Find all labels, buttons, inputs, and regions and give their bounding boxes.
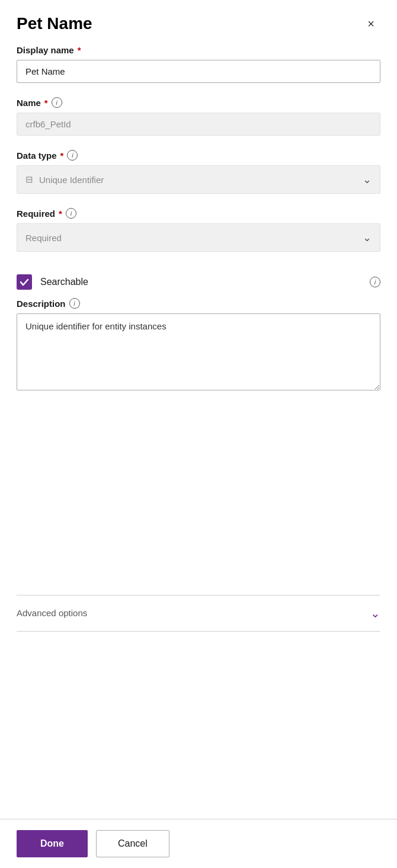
name-info-icon[interactable]: i	[52, 97, 62, 108]
name-label: Name * i	[17, 97, 380, 108]
searchable-info-icon[interactable]: i	[370, 277, 380, 287]
panel: Pet Name × Display name * Name * i Data …	[0, 0, 397, 868]
data-type-info-icon[interactable]: i	[67, 150, 78, 161]
data-type-group: Data type * i ⊟ Unique Identifier ⌄	[17, 150, 380, 194]
searchable-checkbox[interactable]	[17, 274, 32, 290]
advanced-options-chevron-icon: ⌄	[370, 606, 380, 620]
advanced-options-row[interactable]: Advanced options ⌄	[0, 595, 397, 631]
advanced-options-label: Advanced options	[17, 608, 87, 618]
display-name-label: Display name *	[17, 45, 380, 55]
display-name-required: *	[78, 45, 81, 55]
description-label: Description i	[17, 298, 380, 309]
panel-header: Pet Name ×	[0, 0, 397, 45]
data-type-label: Data type * i	[17, 150, 380, 161]
panel-footer: Done Cancel	[0, 819, 397, 868]
searchable-row: Searchable i	[17, 266, 380, 298]
data-type-chevron-icon: ⌄	[363, 173, 372, 186]
description-textarea[interactable]: Unique identifier for entity instances	[17, 313, 380, 390]
required-group: Required * i Required ⌄	[17, 208, 380, 252]
close-button[interactable]: ×	[361, 14, 380, 33]
required-label: Required * i	[17, 208, 380, 219]
display-name-input[interactable]	[17, 60, 380, 83]
data-type-required: *	[60, 150, 64, 161]
data-type-icon: ⊟	[25, 174, 33, 185]
required-info-icon[interactable]: i	[66, 208, 76, 219]
done-button[interactable]: Done	[17, 830, 88, 857]
required-star: *	[59, 209, 62, 219]
data-type-select[interactable]: ⊟ Unique Identifier ⌄	[17, 165, 380, 194]
display-name-group: Display name *	[17, 45, 380, 83]
cancel-button[interactable]: Cancel	[96, 830, 169, 857]
panel-content: Display name * Name * i Data type * i	[0, 45, 397, 595]
searchable-label: Searchable	[40, 277, 361, 287]
description-info-icon[interactable]: i	[69, 298, 80, 309]
description-group: Description i Unique identifier for enti…	[17, 298, 380, 393]
data-type-value: Unique Identifier	[39, 175, 104, 185]
name-required: *	[44, 98, 48, 108]
checkmark-icon	[20, 277, 29, 287]
panel-title: Pet Name	[17, 14, 92, 33]
required-chevron-icon: ⌄	[363, 231, 372, 244]
name-input	[17, 113, 380, 136]
required-select[interactable]: Required ⌄	[17, 223, 380, 252]
name-group: Name * i	[17, 97, 380, 136]
required-value: Required	[25, 233, 62, 243]
